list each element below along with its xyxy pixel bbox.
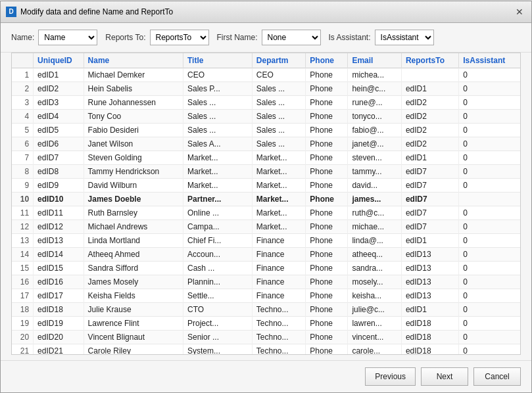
is-assistant-group: Is Assistant: IsAssistant bbox=[329, 30, 434, 45]
row-num: 14 bbox=[12, 247, 34, 261]
table-cell: edID1 bbox=[401, 150, 458, 164]
is-assistant-select[interactable]: IsAssistant bbox=[375, 30, 434, 45]
table-cell: Partner... bbox=[183, 192, 253, 206]
row-num: 15 bbox=[12, 261, 34, 275]
table-cell: Sales P... bbox=[183, 81, 253, 95]
table-cell: edID11 bbox=[34, 206, 84, 220]
table-cell: 0 bbox=[459, 95, 520, 109]
table-row[interactable]: 2edID2Hein SabelisSales P...Sales ...Pho… bbox=[12, 81, 520, 95]
table-cell: Sales ... bbox=[252, 95, 306, 109]
table-row[interactable]: 12edID12Michael AndrewsCampa...Market...… bbox=[12, 220, 520, 233]
footer: Previous Next Cancel bbox=[1, 360, 531, 392]
table-cell: Sandra Sifford bbox=[84, 261, 183, 275]
col-header-isassistant[interactable]: IsAssistant bbox=[459, 53, 520, 68]
table-row[interactable]: 11edID11Ruth BarnsleyOnline ...Market...… bbox=[12, 206, 520, 220]
table-row[interactable]: 21edID21Carole RileySystem...Techno...Ph… bbox=[12, 344, 520, 355]
table-cell: David Wilburn bbox=[84, 178, 183, 192]
col-header-email[interactable]: Email bbox=[348, 53, 402, 68]
name-label: Name: bbox=[11, 33, 34, 42]
table-cell: Phone bbox=[306, 261, 348, 275]
table-row[interactable]: 19edID19Lawrence FlintProject...Techno..… bbox=[12, 316, 520, 330]
table-cell: edID20 bbox=[34, 330, 84, 344]
cancel-button[interactable]: Cancel bbox=[473, 367, 521, 386]
col-header-dept[interactable]: Departm bbox=[252, 53, 306, 68]
col-header-num[interactable] bbox=[12, 53, 34, 68]
table-cell: steven... bbox=[348, 150, 402, 164]
col-header-phone[interactable]: Phone bbox=[306, 53, 348, 68]
table-row[interactable]: 3edID3Rune JohannessenSales ...Sales ...… bbox=[12, 95, 520, 109]
table-row[interactable]: 20edID20Vincent BlignautSenior ...Techno… bbox=[12, 330, 520, 344]
next-button[interactable]: Next bbox=[421, 367, 468, 386]
table-cell: tonyco... bbox=[348, 109, 402, 123]
table-row[interactable]: 4edID4Tony CooSales ...Sales ...Phoneton… bbox=[12, 109, 520, 123]
table-row[interactable]: 14edID14Atheeq AhmedAccoun...FinancePhon… bbox=[12, 247, 520, 261]
table-cell: edID18 bbox=[401, 330, 458, 344]
table-cell: edID2 bbox=[34, 81, 84, 95]
table-cell: 0 bbox=[459, 344, 520, 355]
table-cell: James Mosely bbox=[84, 275, 183, 289]
col-header-uniqueid[interactable]: UniqueID bbox=[34, 53, 84, 68]
table-cell: Ruth Barnsley bbox=[84, 206, 183, 220]
table-row[interactable]: 1edID1Michael DemkerCEOCEOPhonemichea...… bbox=[12, 68, 520, 81]
table-cell: Fabio Desideri bbox=[84, 123, 183, 137]
table-row[interactable]: 6edID6Janet WilsonSales A...Sales ...Pho… bbox=[12, 137, 520, 150]
table-row[interactable]: 18edID18Julie KrauseCTOTechno...Phonejul… bbox=[12, 302, 520, 316]
col-header-title[interactable]: Title bbox=[183, 53, 253, 68]
table-cell: Lawrence Flint bbox=[84, 316, 183, 330]
table-cell: Steven Golding bbox=[84, 150, 183, 164]
table-row[interactable]: 17edID17Keisha FieldsSettle...FinancePho… bbox=[12, 289, 520, 302]
table-cell: edID2 bbox=[401, 137, 458, 150]
close-button[interactable]: ✕ bbox=[513, 5, 526, 18]
table-cell: Keisha Fields bbox=[84, 289, 183, 302]
table-row[interactable]: 8edID8Tammy HendricksonMarket...Market..… bbox=[12, 164, 520, 178]
table-cell: edID14 bbox=[34, 247, 84, 261]
table-row[interactable]: 15edID15Sandra SiffordCash ...FinancePho… bbox=[12, 261, 520, 275]
table-row[interactable]: 13edID13Linda MortlandChief Fi...Finance… bbox=[12, 233, 520, 247]
table-cell: edID13 bbox=[34, 233, 84, 247]
table-cell: 0 bbox=[459, 275, 520, 289]
reports-to-group: Reports To: ReportsTo bbox=[105, 30, 208, 45]
table-cell: Finance bbox=[252, 289, 306, 302]
table-cell: edID1 bbox=[401, 302, 458, 316]
table-cell: edID13 bbox=[401, 275, 458, 289]
table-cell: Phone bbox=[306, 275, 348, 289]
table-cell: edID13 bbox=[401, 289, 458, 302]
table-row[interactable]: 10edID10James DoeblePartner...Market...P… bbox=[12, 192, 520, 206]
table-cell: Linda Mortland bbox=[84, 233, 183, 247]
table-cell: Phone bbox=[306, 95, 348, 109]
table-cell: Phone bbox=[306, 316, 348, 330]
table-cell: edID16 bbox=[34, 275, 84, 289]
table-cell: carole... bbox=[348, 344, 402, 355]
col-header-reportsto[interactable]: ReportsTo bbox=[401, 53, 458, 68]
reports-to-label: Reports To: bbox=[105, 33, 145, 42]
table-cell: CEO bbox=[252, 68, 306, 81]
table-cell: 0 bbox=[459, 109, 520, 123]
table-row[interactable]: 9edID9David WilburnMarket...Market...Pho… bbox=[12, 178, 520, 192]
table-row[interactable]: 7edID7Steven GoldingMarket...Market...Ph… bbox=[12, 150, 520, 164]
table-cell: Phone bbox=[306, 164, 348, 178]
table-row[interactable]: 16edID16James MoselyPlannin...FinancePho… bbox=[12, 275, 520, 289]
previous-button[interactable]: Previous bbox=[365, 367, 416, 386]
row-num: 18 bbox=[12, 302, 34, 316]
table-cell: david... bbox=[348, 178, 402, 192]
table-container[interactable]: UniqueID Name Title Departm Phone Email … bbox=[11, 53, 521, 355]
first-name-select[interactable]: None bbox=[262, 30, 321, 45]
table-cell: Market... bbox=[252, 220, 306, 233]
table-cell: Market... bbox=[183, 164, 253, 178]
col-header-name[interactable]: Name bbox=[84, 53, 183, 68]
row-num: 5 bbox=[12, 123, 34, 137]
table-cell: 0 bbox=[459, 150, 520, 164]
table-cell: edID2 bbox=[401, 109, 458, 123]
row-num: 1 bbox=[12, 68, 34, 81]
table-cell: Phone bbox=[306, 206, 348, 220]
table-cell: tammy... bbox=[348, 164, 402, 178]
table-cell: Atheeq Ahmed bbox=[84, 247, 183, 261]
table-row[interactable]: 5edID5Fabio DesideriSales ...Sales ...Ph… bbox=[12, 123, 520, 137]
table-cell: edID13 bbox=[401, 261, 458, 275]
table-cell: atheeq... bbox=[348, 247, 402, 261]
table-cell: edID7 bbox=[401, 164, 458, 178]
table-cell: 0 bbox=[459, 330, 520, 344]
table-cell: edID9 bbox=[34, 178, 84, 192]
reports-to-select[interactable]: ReportsTo bbox=[150, 30, 209, 45]
name-select[interactable]: Name bbox=[38, 30, 97, 45]
